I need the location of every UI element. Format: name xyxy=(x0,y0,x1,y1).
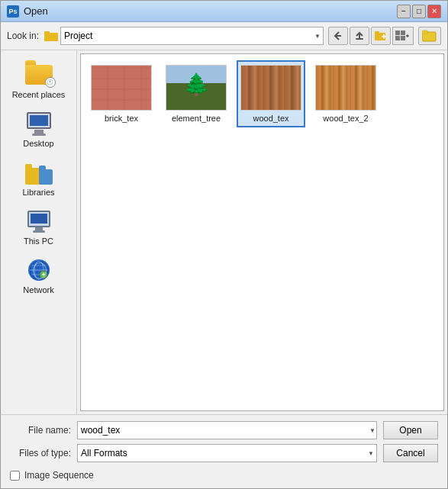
title-bar: Ps Open − □ ✕ xyxy=(1,1,447,22)
new-folder-button[interactable] xyxy=(371,27,391,45)
sidebar-label-this-pc: This PC xyxy=(24,236,53,246)
svg-rect-2 xyxy=(356,38,363,40)
sidebar-label-network: Network xyxy=(23,285,53,294)
image-sequence-label[interactable]: Image Sequence xyxy=(24,470,94,481)
files-of-type-select-wrapper: All Formats xyxy=(77,444,377,462)
cancel-button[interactable]: Cancel xyxy=(383,444,438,462)
image-sequence-checkbox[interactable] xyxy=(10,471,20,481)
file-name-row: File name: ▼ Open xyxy=(10,421,438,439)
title-bar-left: Ps Open xyxy=(7,5,48,18)
network-icon xyxy=(24,256,54,284)
title-bar-controls: − □ ✕ xyxy=(397,5,441,18)
open-button[interactable]: Open xyxy=(383,421,438,439)
svg-rect-8 xyxy=(401,31,405,35)
sidebar-item-this-pc[interactable]: This PC xyxy=(1,203,76,250)
this-pc-icon xyxy=(24,208,54,235)
file-name-wood: wood_tex xyxy=(253,114,288,123)
svg-rect-20 xyxy=(43,273,44,276)
file-thumbnail-wood2 xyxy=(315,65,376,111)
files-of-type-select[interactable]: All Formats xyxy=(77,444,377,462)
sidebar-item-recent-places[interactable]: 🕐 Recent places xyxy=(1,56,76,104)
file-item-element-tree[interactable]: element_tree xyxy=(162,60,230,127)
up-button[interactable] xyxy=(350,27,369,45)
file-item-wood-tex-2[interactable]: wood_tex_2 xyxy=(311,60,380,127)
svg-rect-19 xyxy=(42,274,45,275)
look-in-container: Project xyxy=(44,27,324,45)
toolbar: Look in: Project xyxy=(1,22,447,50)
file-name-input-wrapper: ▼ xyxy=(77,421,377,439)
sidebar-label-recent: Recent places xyxy=(12,90,66,99)
file-name-wood2: wood_tex_2 xyxy=(323,114,368,123)
sidebar: 🕐 Recent places Deskt xyxy=(1,50,77,414)
sidebar-item-libraries[interactable]: Libraries xyxy=(1,154,76,201)
sidebar-label-desktop: Desktop xyxy=(23,139,53,148)
file-name-label: File name: xyxy=(10,425,71,436)
bottom-area: File name: ▼ Open Files of type: All For… xyxy=(1,414,447,488)
svg-rect-7 xyxy=(395,31,400,35)
sidebar-label-libraries: Libraries xyxy=(22,188,54,197)
look-in-select-wrapper: Project xyxy=(60,27,324,45)
svg-rect-9 xyxy=(395,36,400,40)
recent-icon: 🕐 xyxy=(24,61,54,88)
view-toggle-button[interactable] xyxy=(392,27,414,45)
svg-point-18 xyxy=(40,271,47,278)
back-button[interactable] xyxy=(328,27,348,45)
file-item-brick-tex[interactable]: brick_tex xyxy=(87,60,156,127)
folder-icon xyxy=(44,30,59,42)
file-name-tree: element_tree xyxy=(172,114,221,123)
svg-rect-6 xyxy=(383,34,385,39)
desktop-icon xyxy=(24,110,54,137)
libraries-icon xyxy=(24,159,54,186)
dialog-window: Ps Open − □ ✕ Look in: Project xyxy=(0,0,448,489)
svg-rect-1 xyxy=(44,31,50,34)
file-thumbnail-brick xyxy=(91,65,152,111)
svg-point-14 xyxy=(34,261,44,279)
minimize-button[interactable]: − xyxy=(397,5,411,18)
look-in-select[interactable]: Project xyxy=(60,27,324,45)
toolbar-buttons xyxy=(328,27,414,45)
image-sequence-row: Image Sequence xyxy=(10,467,438,482)
files-of-type-label: Files of type: xyxy=(10,448,71,458)
file-item-wood-tex[interactable]: wood_tex xyxy=(237,60,305,127)
sidebar-item-network[interactable]: Network xyxy=(1,252,76,299)
svg-rect-4 xyxy=(375,31,379,34)
content-area: 🕐 Recent places Deskt xyxy=(1,50,447,414)
sidebar-item-desktop[interactable]: Desktop xyxy=(1,105,76,153)
look-in-label: Look in: xyxy=(7,31,39,41)
file-thumbnail-tree xyxy=(166,65,227,111)
svg-rect-10 xyxy=(401,36,405,40)
maximize-button[interactable]: □ xyxy=(412,5,426,18)
file-name-brick: brick_tex xyxy=(105,114,138,123)
files-of-type-row: Files of type: All Formats Cancel xyxy=(10,444,438,462)
svg-rect-12 xyxy=(422,31,427,34)
create-folder-button[interactable] xyxy=(418,27,441,45)
dialog-title: Open xyxy=(24,5,48,17)
ps-app-icon: Ps xyxy=(7,5,19,18)
file-thumbnail-wood xyxy=(240,65,301,111)
file-name-input[interactable] xyxy=(77,421,377,439)
close-button[interactable]: ✕ xyxy=(427,5,441,18)
file-list: brick_tex element_tree wood_tex xyxy=(80,53,444,411)
